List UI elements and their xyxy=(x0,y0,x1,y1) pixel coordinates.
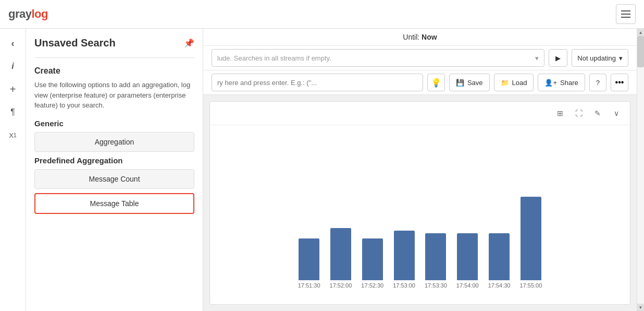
bar-item: 17:53:30 xyxy=(425,233,447,289)
chart-container: ⊞ ⛶ ✎ ∨ 17:51:3017:52:0017:52:3017:53:00… xyxy=(209,101,630,305)
bulb-icon: 💡 xyxy=(431,78,441,88)
bar xyxy=(362,238,383,280)
chart-toolbar: ⊞ ⛶ ✎ ∨ xyxy=(210,102,630,125)
aggregation-button[interactable]: Aggregation xyxy=(34,132,194,152)
not-updating-button[interactable]: Not updating ▾ xyxy=(572,49,628,67)
navbar: graylog xyxy=(0,0,644,29)
hamburger-line-2 xyxy=(621,14,630,15)
content-area: Until: Now lude. Searches in all streams… xyxy=(203,29,637,311)
not-updating-label: Not updating xyxy=(577,54,616,62)
load-label: Load xyxy=(512,79,527,87)
bar xyxy=(457,233,478,280)
hamburger-button[interactable] xyxy=(616,4,636,24)
time-label: Until: xyxy=(403,33,419,41)
run-button[interactable]: ▶ xyxy=(549,49,567,67)
back-button[interactable]: ‹ xyxy=(4,34,22,53)
expand-icon: ⊞ xyxy=(557,109,563,117)
share-button[interactable]: 👤+ Share xyxy=(538,74,585,91)
save-label: Save xyxy=(467,79,483,87)
bar-label: 17:55:00 xyxy=(519,282,542,289)
load-icon: 📁 xyxy=(501,79,509,87)
panel-title: Unsaved Search xyxy=(34,37,116,49)
bar xyxy=(521,197,541,280)
bar-item: 17:55:00 xyxy=(519,197,542,289)
hamburger-line-1 xyxy=(621,10,630,11)
expand-button[interactable]: ⊞ xyxy=(553,106,567,121)
fullscreen-button[interactable]: ⛶ xyxy=(572,106,586,121)
bar-item: 17:54:30 xyxy=(488,233,511,289)
bar-item: 17:53:00 xyxy=(393,231,415,289)
bar xyxy=(299,238,319,280)
bar-label: 17:52:30 xyxy=(361,282,383,289)
bar-item: 17:51:30 xyxy=(298,238,320,289)
logo-gray: gray xyxy=(8,7,31,21)
bar-item: 17:52:30 xyxy=(361,238,383,289)
scroll-thumb[interactable] xyxy=(637,36,644,67)
save-icon: 💾 xyxy=(456,79,464,87)
paragraph-button[interactable]: ¶ xyxy=(4,103,22,122)
predefined-section-label: Predefined Aggregation xyxy=(34,156,194,165)
info-button[interactable]: i xyxy=(4,57,22,76)
panel-sidebar: Unsaved Search 📌 Create Use the followin… xyxy=(26,29,203,311)
scrollbar[interactable]: ▲ ▼ xyxy=(637,29,644,311)
panel-header: Unsaved Search 📌 xyxy=(34,37,194,49)
chart-chevron-button[interactable]: ∨ xyxy=(609,106,624,121)
bar-label: 17:53:30 xyxy=(425,282,447,289)
create-section-description: Use the following options to add an aggr… xyxy=(34,80,194,111)
bar xyxy=(489,233,510,280)
edit-button[interactable]: ✎ xyxy=(590,106,605,121)
stream-chevron-icon: ▾ xyxy=(535,54,539,62)
scroll-up-arrow[interactable]: ▲ xyxy=(637,29,644,36)
share-label: Share xyxy=(560,79,578,87)
bar-label: 17:53:00 xyxy=(393,282,415,289)
message-table-button[interactable]: Message Table xyxy=(34,193,194,214)
scroll-track xyxy=(637,36,644,304)
chart-chevron-icon: ∨ xyxy=(614,109,619,117)
help-button[interactable]: ? xyxy=(589,74,606,91)
stream-row: lude. Searches in all streams if empty. … xyxy=(203,46,637,70)
more-icon: ••• xyxy=(615,78,624,87)
search-area: Until: Now lude. Searches in all streams… xyxy=(203,29,637,95)
bar-item: 17:54:00 xyxy=(456,233,479,289)
bar-label: 17:54:00 xyxy=(456,282,479,289)
stream-placeholder: lude. Searches in all streams if empty. xyxy=(217,54,331,62)
panel-pin-icon[interactable]: 📌 xyxy=(184,38,194,48)
create-section-title: Create xyxy=(34,66,194,76)
logo: graylog xyxy=(8,7,48,21)
logo-log: log xyxy=(31,7,48,21)
main-layout: ‹ i + ¶ X1 Unsaved Search 📌 Create Use t… xyxy=(0,29,644,311)
bar-item: 17:52:00 xyxy=(330,228,352,289)
time-bar: Until: Now xyxy=(203,29,637,46)
scroll-down-arrow[interactable]: ▼ xyxy=(637,304,644,311)
share-icon: 👤+ xyxy=(544,79,557,87)
time-value: Now xyxy=(422,33,437,41)
bars-container: 17:51:3017:52:0017:52:3017:53:0017:53:30… xyxy=(218,134,622,304)
not-updating-chevron-icon: ▾ xyxy=(619,54,623,62)
bar-label: 17:54:30 xyxy=(488,282,511,289)
chart-area: 17:51:3017:52:0017:52:3017:53:0017:53:30… xyxy=(210,125,630,304)
bar-label: 17:52:00 xyxy=(330,282,352,289)
bar-label: 17:51:30 xyxy=(298,282,320,289)
save-button[interactable]: 💾 Save xyxy=(449,74,490,91)
sidebar-icons: ‹ i + ¶ X1 xyxy=(0,29,26,311)
query-input[interactable] xyxy=(212,74,423,91)
subscript-button[interactable]: X1 xyxy=(4,126,22,145)
bar xyxy=(425,233,446,280)
add-button[interactable]: + xyxy=(4,80,22,99)
query-row: 💡 💾 Save 📁 Load 👤+ Share ? xyxy=(203,70,637,94)
hamburger-line-3 xyxy=(621,17,630,18)
help-icon: ? xyxy=(596,79,600,87)
message-count-button[interactable]: Message Count xyxy=(34,169,194,189)
generic-section-label: Generic xyxy=(34,119,194,128)
fullscreen-icon: ⛶ xyxy=(575,109,583,117)
bulb-button[interactable]: 💡 xyxy=(427,74,445,91)
panel-divider xyxy=(34,57,194,58)
run-icon: ▶ xyxy=(555,54,561,62)
more-button[interactable]: ••• xyxy=(611,74,628,91)
stream-select[interactable]: lude. Searches in all streams if empty. … xyxy=(212,49,544,67)
bar xyxy=(394,231,415,280)
edit-icon: ✎ xyxy=(595,109,601,117)
load-button[interactable]: 📁 Load xyxy=(494,74,534,91)
bar xyxy=(330,228,351,280)
